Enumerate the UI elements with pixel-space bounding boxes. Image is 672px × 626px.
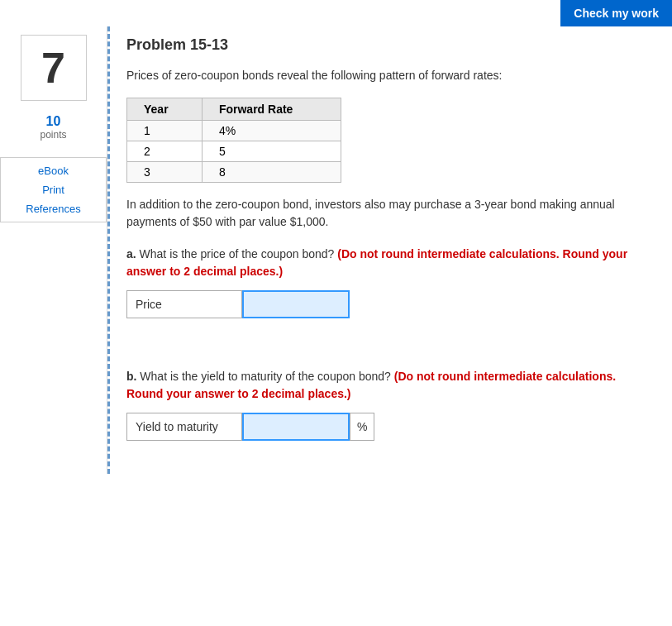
part-a-question-text: What is the price of the coupon bond? (140, 247, 335, 260)
main-layout: 7 10 points eBook Print References Probl… (0, 26, 672, 474)
top-bar: Check my work (0, 0, 672, 26)
check-my-work-button[interactable]: Check my work (560, 0, 672, 26)
points-value: 10 (40, 114, 66, 129)
table-header-rate: Forward Rate (202, 98, 341, 121)
points-section: 10 points (40, 114, 66, 141)
part-a-label: a. What is the price of the coupon bond?… (126, 246, 655, 280)
part-b-input-label: Yield to maturity (126, 413, 242, 441)
ebook-link[interactable]: eBook (38, 165, 69, 177)
price-input[interactable] (242, 290, 350, 318)
table-cell-year-3: 3 (127, 162, 203, 183)
part-b-marker: b. (126, 370, 136, 383)
table-row: 3 8 (127, 162, 341, 183)
intro-text: Prices of zero-coupon bonds reveal the f… (126, 67, 655, 84)
question-number: 7 (41, 43, 65, 93)
yield-to-maturity-input[interactable] (242, 413, 350, 441)
sidebar-links: eBook Print References (0, 157, 107, 222)
part-b-question-text: What is the yield to maturity of the cou… (140, 370, 391, 383)
points-label: points (40, 129, 66, 141)
question-number-box: 7 (21, 35, 87, 101)
table-cell-rate-1: 4% (202, 121, 341, 141)
percent-suffix: % (350, 413, 374, 441)
table-row: 1 4% (127, 121, 341, 141)
part-a-input-row: Price (126, 290, 655, 318)
print-link[interactable]: Print (42, 184, 64, 196)
table-header-year: Year (127, 98, 203, 121)
part-b-input-row: Yield to maturity % (126, 413, 655, 441)
part-b-section: b. What is the yield to maturity of the … (126, 368, 655, 441)
content-area: Problem 15-13 Prices of zero-coupon bond… (107, 26, 672, 474)
left-sidebar: 7 10 points eBook Print References (0, 26, 107, 474)
additional-text: In addition to the zero-coupon bond, inv… (126, 196, 655, 231)
problem-title: Problem 15-13 (126, 36, 655, 54)
table-cell-year-2: 2 (127, 141, 203, 162)
table-cell-rate-3: 8 (202, 162, 341, 183)
table-cell-rate-2: 5 (202, 141, 341, 162)
part-a-input-label: Price (126, 290, 242, 318)
part-a-section: a. What is the price of the coupon bond?… (126, 246, 655, 318)
part-a-marker: a. (126, 247, 136, 260)
part-b-label: b. What is the yield to maturity of the … (126, 368, 655, 403)
table-cell-year-1: 1 (127, 121, 203, 141)
forward-rates-table: Year Forward Rate 1 4% 2 5 3 8 (126, 98, 341, 183)
references-link[interactable]: References (26, 203, 80, 215)
table-row: 2 5 (127, 141, 341, 162)
